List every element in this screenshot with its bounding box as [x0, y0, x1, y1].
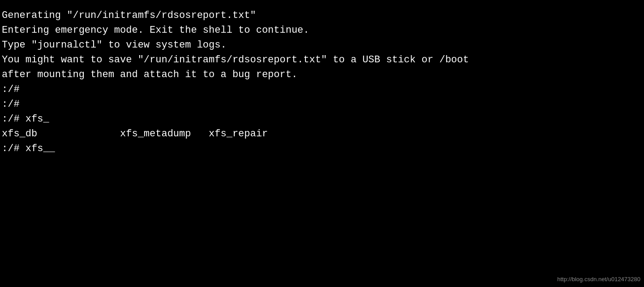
terminal-line: You might want to save "/run/initramfs/r…	[2, 52, 640, 67]
terminal-line: Type "journalctl" to view system logs.	[2, 38, 640, 52]
terminal-line: xfs_db xfs_metadump xfs_repair	[2, 126, 640, 141]
terminal-line: Generating "/run/initramfs/rdsosreport.t…	[2, 8, 640, 23]
terminal-line: :/# xfs_	[2, 112, 640, 126]
terminal-line: :/# xfs__	[2, 141, 640, 156]
watermark: http://blog.csdn.net/u012473280	[557, 275, 640, 284]
terminal-line: Entering emergency mode. Exit the shell …	[2, 23, 640, 38]
terminal-line: after mounting them and attach it to a b…	[2, 67, 640, 82]
terminal-line: :/#	[2, 97, 640, 112]
terminal-line: :/#	[2, 82, 640, 97]
terminal-window: Generating "/run/initramfs/rdsosreport.t…	[0, 0, 644, 287]
